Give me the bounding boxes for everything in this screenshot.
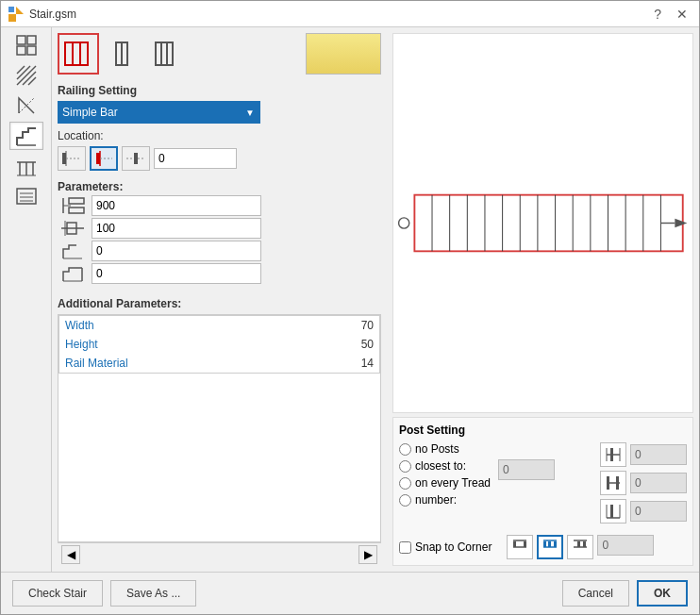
sidebar-item-hatch[interactable] — [9, 61, 43, 90]
svg-rect-44 — [134, 153, 138, 164]
post-icon-row-1 — [600, 442, 687, 467]
svg-rect-94 — [548, 541, 551, 547]
table-row[interactable]: Height 50 — [59, 335, 380, 354]
post-value-3[interactable] — [630, 501, 687, 522]
svg-rect-4 — [27, 36, 36, 44]
stair-type-1[interactable] — [58, 33, 99, 75]
snap-value-input[interactable] — [597, 535, 654, 556]
table-next-button[interactable]: ▶ — [358, 545, 377, 564]
additional-row-name-1: Width — [59, 316, 301, 336]
sidebar-item-grid[interactable] — [9, 31, 43, 59]
post-style-3-icon — [603, 501, 624, 522]
post-value-2[interactable] — [630, 473, 687, 493]
radio-number[interactable] — [399, 494, 411, 507]
svg-point-56 — [399, 218, 409, 228]
table-row[interactable]: Rail Material 14 — [59, 354, 380, 374]
svg-rect-57 — [414, 195, 682, 252]
check-stair-button[interactable]: Check Stair — [12, 580, 103, 607]
svg-rect-0 — [8, 14, 16, 22]
param-input-2[interactable] — [92, 218, 261, 239]
stair-type-2[interactable] — [103, 33, 144, 75]
title-bar: Stair.gsm ? ✕ — [1, 1, 699, 27]
help-button[interactable]: ? — [650, 7, 665, 22]
radio-no-posts[interactable] — [399, 443, 411, 456]
stair-type-1-icon — [61, 37, 95, 71]
post-icon-row-3 — [600, 499, 687, 524]
angle-icon — [15, 94, 38, 117]
center-panel: Railing Setting Simple Bar Location: — [52, 27, 387, 572]
railing-select-wrapper: Simple Bar — [58, 101, 260, 124]
railing-select[interactable]: Simple Bar — [58, 101, 260, 124]
sidebar-item-stairs[interactable] — [9, 122, 43, 150]
svg-rect-90 — [524, 541, 526, 547]
param-offset-icon — [59, 241, 86, 260]
snap-icon-1[interactable] — [507, 535, 533, 559]
cancel-button[interactable]: Cancel — [562, 580, 629, 607]
svg-rect-81 — [616, 476, 619, 483]
location-label: Location: — [58, 129, 377, 142]
param-input-3[interactable] — [92, 241, 261, 261]
location-value-input[interactable] — [154, 148, 237, 169]
app-icon — [8, 7, 24, 22]
svg-rect-99 — [583, 541, 586, 547]
snap-to-corner-checkbox[interactable] — [399, 541, 411, 554]
snap-icon-2[interactable] — [537, 535, 563, 559]
table-row[interactable]: Width 70 — [59, 316, 380, 336]
param-end-icon — [59, 264, 86, 283]
parameters-section: Parameters: — [58, 176, 381, 286]
stair-canvas — [392, 33, 693, 413]
additional-row-value-2: 50 — [301, 335, 380, 354]
bottom-left-buttons: Check Stair Save As ... — [12, 580, 196, 607]
table-prev-button[interactable]: ◀ — [61, 545, 80, 564]
sidebar-item-list[interactable] — [9, 182, 43, 210]
location-btn-center[interactable] — [122, 146, 150, 171]
close-button[interactable]: ✕ — [673, 7, 692, 22]
loc-left-outside-icon — [61, 149, 82, 168]
snap-style-2-icon — [540, 537, 560, 557]
grid-icon — [15, 34, 38, 57]
location-btn-left-outside[interactable] — [58, 146, 86, 171]
snap-icon-3[interactable] — [567, 535, 593, 559]
svg-rect-2 — [8, 7, 14, 12]
svg-rect-25 — [80, 42, 88, 65]
closest-to-input[interactable] — [498, 459, 555, 480]
additional-row-value-1: 70 — [301, 316, 380, 336]
sidebar-item-railing[interactable] — [9, 152, 43, 180]
snap-style-3-icon — [570, 537, 591, 557]
snap-icon-row — [507, 535, 654, 559]
param-row-1 — [58, 195, 381, 216]
post-icons-area — [600, 442, 687, 529]
post-options-col: no Posts closest to: on every Tread — [399, 442, 491, 529]
post-icon-2[interactable] — [600, 471, 626, 495]
snap-to-corner-row: Snap to Corner — [399, 535, 687, 559]
additional-row-name-2: Height — [59, 335, 301, 354]
param-icon-3 — [58, 241, 88, 261]
radio-closest-to[interactable] — [399, 460, 411, 473]
list-icon — [15, 185, 38, 208]
radio-row-every-tread: on every Tread — [399, 476, 491, 490]
post-icon-1[interactable] — [600, 442, 626, 467]
param-input-1[interactable] — [92, 195, 261, 216]
param-row-2 — [58, 218, 381, 239]
post-style-1-icon — [603, 444, 624, 465]
sidebar-item-angle[interactable] — [9, 91, 43, 120]
post-value-1[interactable] — [630, 444, 687, 465]
post-values-col — [498, 442, 555, 529]
radio-every-tread[interactable] — [399, 477, 411, 490]
svg-rect-5 — [17, 46, 25, 55]
post-style-2-icon — [603, 473, 624, 493]
svg-rect-93 — [543, 541, 546, 547]
stair-type-3[interactable] — [148, 33, 190, 75]
save-as-button[interactable]: Save As ... — [110, 580, 196, 607]
svg-marker-72 — [675, 219, 687, 227]
bottom-right-buttons: Cancel OK — [562, 580, 688, 607]
param-input-4[interactable] — [92, 263, 261, 284]
svg-rect-82 — [607, 483, 609, 490]
closest-to-label: closest to: — [415, 459, 466, 473]
location-btn-left-inside[interactable] — [90, 146, 118, 171]
svg-line-8 — [17, 66, 30, 79]
post-icon-3[interactable] — [600, 499, 626, 524]
post-setting-content: no Posts closest to: on every Tread — [399, 442, 687, 529]
ok-button[interactable]: OK — [637, 580, 688, 607]
stair-drawing — [393, 34, 692, 412]
